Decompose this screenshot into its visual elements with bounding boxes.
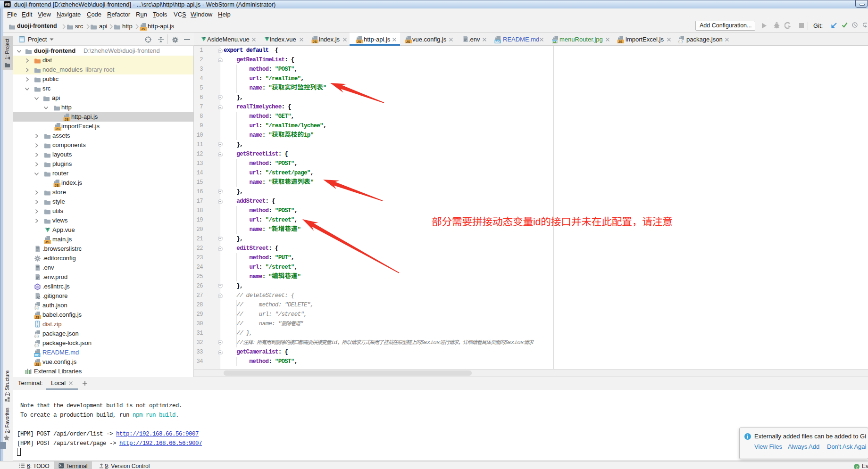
svg-text:{..}: {..}	[34, 334, 39, 338]
svg-text:JS: JS	[64, 117, 68, 121]
svg-text:JS: JS	[312, 40, 317, 43]
svg-text:JS: JS	[35, 362, 39, 366]
svg-text:MD: MD	[495, 40, 500, 43]
svg-text:JS: JS	[54, 183, 58, 187]
svg-text:{..}: {..}	[34, 343, 39, 347]
svg-text:JS: JS	[35, 315, 39, 319]
svg-text:JS: JS	[45, 240, 49, 244]
svg-text:{..}: {..}	[34, 305, 39, 310]
svg-text:JS: JS	[406, 40, 410, 43]
svg-text:JS: JS	[55, 127, 59, 131]
svg-text:JS: JS	[141, 27, 145, 31]
svg-text:{..}: {..}	[678, 39, 683, 43]
svg-text:MD: MD	[34, 354, 39, 357]
svg-text:2: 2	[856, 465, 858, 469]
svg-text:JS: JS	[357, 40, 361, 43]
svg-text:JS: JS	[618, 40, 622, 43]
svg-text:WS: WS	[5, 3, 10, 6]
